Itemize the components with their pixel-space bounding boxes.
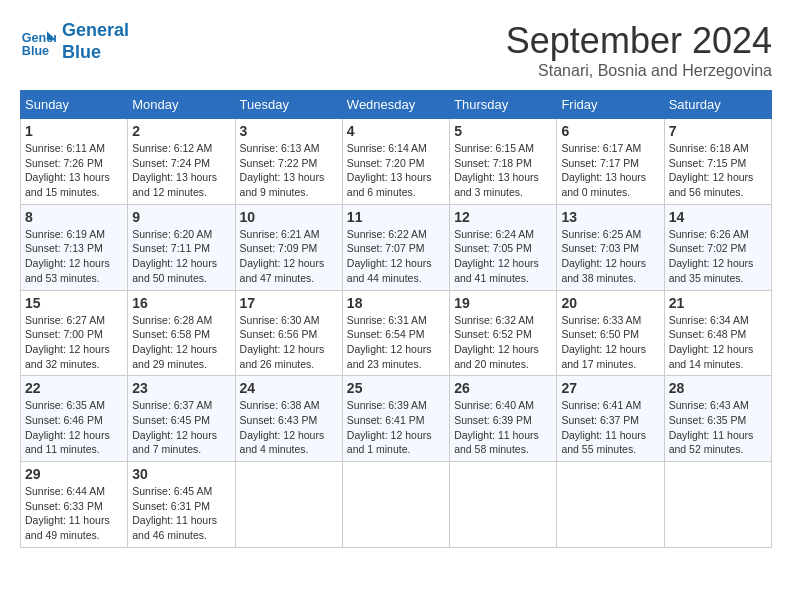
day-info: Sunrise: 6:15 AMSunset: 7:18 PMDaylight:… [454,141,552,200]
calendar-cell: 29Sunrise: 6:44 AMSunset: 6:33 PMDayligh… [21,462,128,548]
weekday-header-thursday: Thursday [450,91,557,119]
day-number: 12 [454,209,552,225]
logo-blue: Blue [62,42,129,64]
day-number: 22 [25,380,123,396]
day-info: Sunrise: 6:18 AMSunset: 7:15 PMDaylight:… [669,141,767,200]
calendar-cell: 1Sunrise: 6:11 AMSunset: 7:26 PMDaylight… [21,119,128,205]
calendar-cell: 19Sunrise: 6:32 AMSunset: 6:52 PMDayligh… [450,290,557,376]
day-info: Sunrise: 6:25 AMSunset: 7:03 PMDaylight:… [561,227,659,286]
calendar-cell: 21Sunrise: 6:34 AMSunset: 6:48 PMDayligh… [664,290,771,376]
weekday-header-saturday: Saturday [664,91,771,119]
calendar-cell: 20Sunrise: 6:33 AMSunset: 6:50 PMDayligh… [557,290,664,376]
calendar-cell: 10Sunrise: 6:21 AMSunset: 7:09 PMDayligh… [235,204,342,290]
day-number: 1 [25,123,123,139]
day-number: 2 [132,123,230,139]
day-info: Sunrise: 6:27 AMSunset: 7:00 PMDaylight:… [25,313,123,372]
day-number: 24 [240,380,338,396]
day-info: Sunrise: 6:35 AMSunset: 6:46 PMDaylight:… [25,398,123,457]
day-number: 4 [347,123,445,139]
calendar-cell: 28Sunrise: 6:43 AMSunset: 6:35 PMDayligh… [664,376,771,462]
day-info: Sunrise: 6:40 AMSunset: 6:39 PMDaylight:… [454,398,552,457]
day-info: Sunrise: 6:22 AMSunset: 7:07 PMDaylight:… [347,227,445,286]
day-info: Sunrise: 6:44 AMSunset: 6:33 PMDaylight:… [25,484,123,543]
day-number: 23 [132,380,230,396]
day-number: 10 [240,209,338,225]
calendar-cell [664,462,771,548]
day-number: 28 [669,380,767,396]
day-info: Sunrise: 6:30 AMSunset: 6:56 PMDaylight:… [240,313,338,372]
calendar-cell: 18Sunrise: 6:31 AMSunset: 6:54 PMDayligh… [342,290,449,376]
day-info: Sunrise: 6:33 AMSunset: 6:50 PMDaylight:… [561,313,659,372]
svg-text:Blue: Blue [22,43,49,57]
day-info: Sunrise: 6:13 AMSunset: 7:22 PMDaylight:… [240,141,338,200]
day-info: Sunrise: 6:37 AMSunset: 6:45 PMDaylight:… [132,398,230,457]
calendar-cell: 4Sunrise: 6:14 AMSunset: 7:20 PMDaylight… [342,119,449,205]
day-number: 15 [25,295,123,311]
calendar-cell: 5Sunrise: 6:15 AMSunset: 7:18 PMDaylight… [450,119,557,205]
weekday-header-sunday: Sunday [21,91,128,119]
day-number: 18 [347,295,445,311]
day-info: Sunrise: 6:19 AMSunset: 7:13 PMDaylight:… [25,227,123,286]
day-number: 5 [454,123,552,139]
day-info: Sunrise: 6:43 AMSunset: 6:35 PMDaylight:… [669,398,767,457]
calendar-cell [235,462,342,548]
calendar-cell [342,462,449,548]
day-info: Sunrise: 6:21 AMSunset: 7:09 PMDaylight:… [240,227,338,286]
day-info: Sunrise: 6:45 AMSunset: 6:31 PMDaylight:… [132,484,230,543]
day-info: Sunrise: 6:26 AMSunset: 7:02 PMDaylight:… [669,227,767,286]
calendar-cell [450,462,557,548]
calendar-cell: 15Sunrise: 6:27 AMSunset: 7:00 PMDayligh… [21,290,128,376]
calendar-cell: 24Sunrise: 6:38 AMSunset: 6:43 PMDayligh… [235,376,342,462]
weekday-header-wednesday: Wednesday [342,91,449,119]
calendar-cell: 27Sunrise: 6:41 AMSunset: 6:37 PMDayligh… [557,376,664,462]
day-number: 26 [454,380,552,396]
day-number: 27 [561,380,659,396]
location: Stanari, Bosnia and Herzegovina [506,62,772,80]
day-info: Sunrise: 6:24 AMSunset: 7:05 PMDaylight:… [454,227,552,286]
day-number: 29 [25,466,123,482]
day-number: 30 [132,466,230,482]
day-number: 17 [240,295,338,311]
day-number: 20 [561,295,659,311]
logo: General Blue General Blue [20,20,129,63]
day-info: Sunrise: 6:17 AMSunset: 7:17 PMDaylight:… [561,141,659,200]
day-number: 11 [347,209,445,225]
calendar-cell: 17Sunrise: 6:30 AMSunset: 6:56 PMDayligh… [235,290,342,376]
calendar-cell: 2Sunrise: 6:12 AMSunset: 7:24 PMDaylight… [128,119,235,205]
calendar-week-3: 15Sunrise: 6:27 AMSunset: 7:00 PMDayligh… [21,290,772,376]
calendar-cell: 14Sunrise: 6:26 AMSunset: 7:02 PMDayligh… [664,204,771,290]
day-number: 13 [561,209,659,225]
calendar-cell: 8Sunrise: 6:19 AMSunset: 7:13 PMDaylight… [21,204,128,290]
day-number: 8 [25,209,123,225]
calendar-cell [557,462,664,548]
weekday-header-row: SundayMondayTuesdayWednesdayThursdayFrid… [21,91,772,119]
calendar-cell: 11Sunrise: 6:22 AMSunset: 7:07 PMDayligh… [342,204,449,290]
day-info: Sunrise: 6:31 AMSunset: 6:54 PMDaylight:… [347,313,445,372]
calendar-cell: 12Sunrise: 6:24 AMSunset: 7:05 PMDayligh… [450,204,557,290]
calendar-cell: 7Sunrise: 6:18 AMSunset: 7:15 PMDaylight… [664,119,771,205]
weekday-header-tuesday: Tuesday [235,91,342,119]
calendar-cell: 6Sunrise: 6:17 AMSunset: 7:17 PMDaylight… [557,119,664,205]
day-number: 14 [669,209,767,225]
day-number: 19 [454,295,552,311]
day-number: 21 [669,295,767,311]
calendar-week-4: 22Sunrise: 6:35 AMSunset: 6:46 PMDayligh… [21,376,772,462]
logo-icon: General Blue [20,24,56,60]
calendar-cell: 16Sunrise: 6:28 AMSunset: 6:58 PMDayligh… [128,290,235,376]
day-number: 16 [132,295,230,311]
calendar-cell: 9Sunrise: 6:20 AMSunset: 7:11 PMDaylight… [128,204,235,290]
day-number: 9 [132,209,230,225]
weekday-header-monday: Monday [128,91,235,119]
day-number: 6 [561,123,659,139]
day-info: Sunrise: 6:14 AMSunset: 7:20 PMDaylight:… [347,141,445,200]
page-header: General Blue General Blue September 2024… [20,20,772,80]
weekday-header-friday: Friday [557,91,664,119]
calendar-cell: 3Sunrise: 6:13 AMSunset: 7:22 PMDaylight… [235,119,342,205]
calendar-table: SundayMondayTuesdayWednesdayThursdayFrid… [20,90,772,548]
day-info: Sunrise: 6:34 AMSunset: 6:48 PMDaylight:… [669,313,767,372]
month-title: September 2024 [506,20,772,62]
calendar-week-2: 8Sunrise: 6:19 AMSunset: 7:13 PMDaylight… [21,204,772,290]
calendar-cell: 23Sunrise: 6:37 AMSunset: 6:45 PMDayligh… [128,376,235,462]
calendar-week-1: 1Sunrise: 6:11 AMSunset: 7:26 PMDaylight… [21,119,772,205]
title-block: September 2024 Stanari, Bosnia and Herze… [506,20,772,80]
